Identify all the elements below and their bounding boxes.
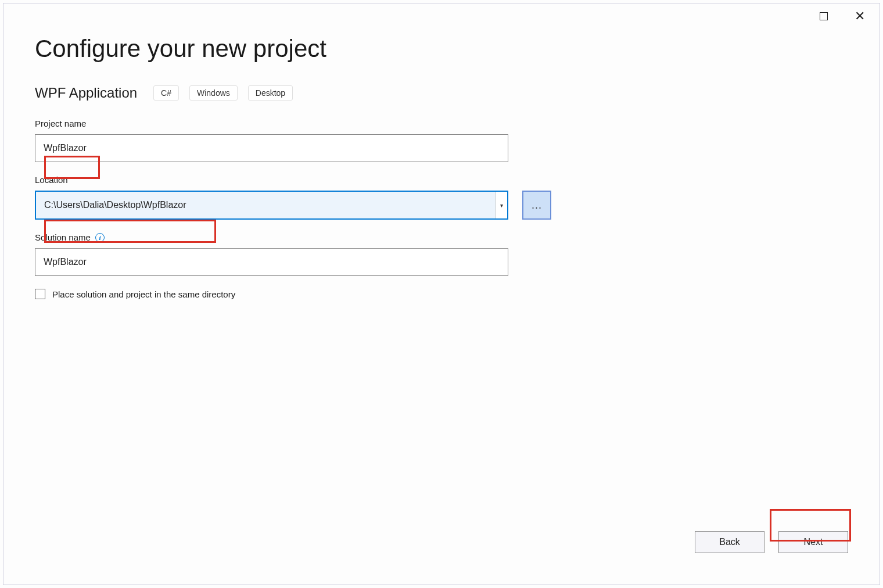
same-directory-row: Place solution and project in the same d…: [35, 289, 848, 299]
next-button[interactable]: Next: [778, 531, 848, 553]
location-input[interactable]: [36, 192, 496, 218]
browse-button[interactable]: ...: [522, 191, 551, 220]
info-icon[interactable]: i: [95, 233, 105, 242]
project-name-label: Project name: [35, 119, 848, 128]
back-button[interactable]: Back: [695, 531, 764, 553]
solution-name-input[interactable]: [35, 248, 508, 276]
same-directory-checkbox[interactable]: [35, 289, 45, 299]
solution-name-label-row: Solution name i: [35, 232, 848, 242]
template-info-row: WPF Application C# Windows Desktop: [35, 85, 848, 101]
location-combobox[interactable]: ▾: [35, 191, 508, 220]
location-label: Location: [35, 175, 848, 185]
template-name: WPF Application: [35, 85, 137, 101]
location-group: Location ▾ ...: [35, 175, 848, 220]
location-row: ▾ ...: [35, 191, 848, 220]
maximize-icon: [820, 12, 828, 20]
dialog-content: Configure your new project WPF Applicati…: [35, 35, 848, 553]
template-tag-windows: Windows: [189, 85, 238, 101]
maximize-button[interactable]: [818, 10, 830, 22]
same-directory-label: Place solution and project in the same d…: [52, 289, 235, 299]
close-icon: ✕: [855, 10, 865, 23]
template-tag-desktop: Desktop: [248, 85, 293, 101]
dropdown-arrow-icon[interactable]: ▾: [496, 192, 507, 218]
solution-name-group: Solution name i: [35, 232, 848, 276]
close-button[interactable]: ✕: [854, 10, 866, 22]
project-name-group: Project name: [35, 119, 848, 162]
button-row: Back Next: [695, 531, 848, 553]
template-tag-csharp: C#: [153, 85, 179, 101]
project-name-input[interactable]: [35, 134, 508, 162]
titlebar-controls: ✕: [818, 10, 866, 22]
solution-name-label: Solution name: [35, 232, 91, 242]
page-title: Configure your new project: [35, 35, 848, 63]
